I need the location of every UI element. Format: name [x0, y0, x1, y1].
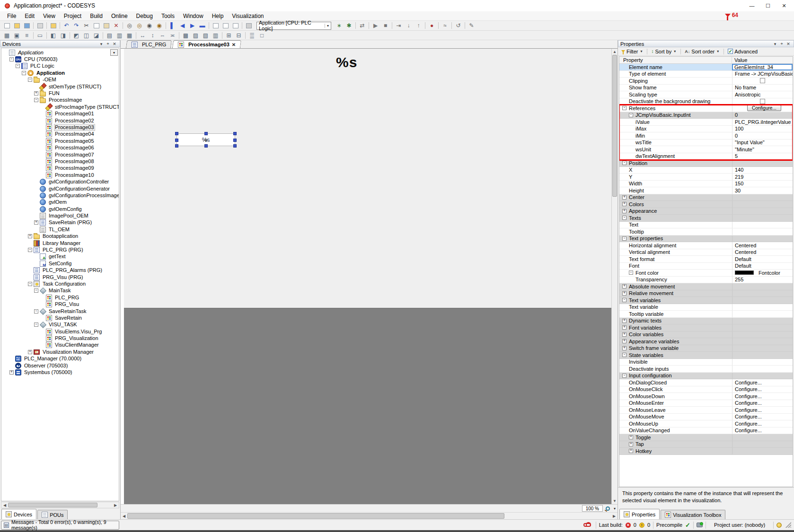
write-values-icon[interactable]: ✎ — [467, 22, 476, 30]
tree-item-library-manager[interactable]: Library Manager — [1, 240, 119, 246]
property-value[interactable] — [732, 304, 793, 311]
search-project-icon[interactable]: ◉ — [145, 22, 154, 30]
expand-toggle[interactable]: - — [28, 282, 32, 286]
property-value[interactable]: Configure... — [732, 414, 793, 420]
property-value[interactable] — [732, 160, 793, 166]
arrange-grid-icon[interactable]: ▦ — [125, 31, 134, 39]
property-row-relative-movement[interactable]: +Relative movement — [619, 290, 793, 297]
property-row-appearance-variables[interactable]: +Appearance variables — [619, 338, 793, 345]
new-project-icon[interactable] — [2, 22, 11, 30]
property-row-y[interactable]: Y219 — [619, 174, 793, 181]
align-right-icon[interactable]: ◨ — [59, 31, 68, 39]
property-row-state-variables[interactable]: -State variables — [619, 352, 793, 359]
expand-toggle[interactable]: - — [28, 78, 32, 82]
tree-item-processimage08[interactable]: ProcessImage08 — [1, 158, 119, 165]
menu-tools[interactable]: Tools — [157, 13, 179, 19]
expand-toggle[interactable]: + — [622, 332, 626, 337]
equal-width-icon[interactable]: ≍ — [168, 31, 177, 39]
tree-item-systembus-705000-[interactable]: +Systembus (705000) — [1, 369, 119, 375]
property-row-tooltip[interactable]: Tooltip — [619, 228, 793, 235]
property-row-absolute-movement[interactable]: +Absolute movement — [619, 283, 793, 290]
tree-item-processimage[interactable]: -ProcessImage — [1, 97, 119, 104]
save-icon[interactable] — [22, 22, 31, 30]
tree-item-gvlconfigurationcontroller[interactable]: gvlConfigurationController — [1, 178, 119, 185]
flow-control-icon[interactable]: ≈ — [441, 22, 450, 30]
property-value[interactable]: 5 — [732, 153, 793, 160]
property-value[interactable] — [732, 434, 793, 441]
property-value[interactable] — [732, 228, 793, 235]
tree-item-application[interactable]: Application — [1, 49, 119, 56]
property-value[interactable] — [732, 373, 793, 379]
property-value[interactable]: 30 — [732, 187, 793, 194]
property-row-switch-frame-variable[interactable]: +Switch frame variable — [619, 345, 793, 352]
expand-toggle[interactable]: + — [629, 435, 633, 439]
tree-item-gvloemconfig[interactable]: gvlOemConfig — [1, 206, 119, 212]
rebuild-icon[interactable]: ✱ — [344, 22, 353, 30]
property-row-color-variables[interactable]: +Color variables — [619, 331, 793, 339]
property-row-onmousedown[interactable]: OnMouseDownConfigure... — [619, 393, 793, 400]
tree-item-application[interactable]: -Application — [1, 70, 119, 76]
expand-toggle[interactable]: + — [34, 220, 38, 225]
property-value[interactable] — [732, 98, 793, 105]
bring-to-front-icon[interactable]: ▩ — [181, 31, 190, 39]
resize-handle[interactable] — [233, 139, 237, 142]
menu-online[interactable]: Online — [107, 13, 132, 19]
align-left-icon[interactable]: ◧ — [49, 31, 58, 39]
menu-build[interactable]: Build — [86, 13, 107, 19]
resize-handle[interactable] — [233, 144, 237, 148]
property-value[interactable] — [732, 283, 793, 290]
property-value[interactable]: Centered — [732, 242, 793, 249]
send-to-back-icon[interactable]: ▨ — [191, 31, 200, 39]
step-into-icon[interactable]: ↓ — [404, 22, 413, 30]
tree-item-processimage09[interactable]: ProcessImage09 — [1, 165, 119, 172]
menu-edit[interactable]: Edit — [20, 13, 39, 19]
sort-by-button[interactable]: ↕ Sort by ▾ — [650, 49, 678, 54]
expand-toggle[interactable]: + — [622, 325, 626, 330]
redo-icon[interactable]: ↷ — [72, 22, 81, 30]
editor-tab-processimage03[interactable]: ProcessImage03✕ — [172, 40, 242, 48]
tree-item-plc-manager-70-0000-[interactable]: PLC_Manager (70.0000) — [1, 356, 119, 362]
menu-window[interactable]: Window — [179, 13, 208, 19]
property-value[interactable] — [732, 324, 793, 331]
property-value[interactable]: Configure... — [732, 105, 793, 112]
expand-toggle[interactable]: - — [16, 64, 20, 68]
tree-item-gvlconfigurationgenerator[interactable]: gvlConfigurationGenerator — [1, 185, 119, 192]
property-row-position[interactable]: -Position — [619, 160, 793, 167]
tree-item-cpu-705003-[interactable]: -CPU (705003) — [1, 56, 119, 62]
find-icon[interactable]: ◎ — [125, 22, 134, 30]
tree-item-tl-oem[interactable]: TL_OEM — [1, 226, 119, 233]
resize-handle[interactable] — [204, 144, 208, 148]
pin-icon[interactable]: ⌖ — [105, 41, 111, 46]
property-value[interactable]: Configure... — [732, 407, 793, 413]
property-row-ivalue[interactable]: iValuePLC_PRG.iIntegerValue — [619, 119, 793, 126]
property-value[interactable]: Frame -> JCmpVisuBasic.In... — [732, 71, 793, 78]
send-backward-icon[interactable]: ▥ — [211, 31, 220, 39]
export-icon[interactable] — [211, 22, 220, 30]
property-value[interactable] — [732, 338, 793, 345]
property-row-onvaluechanged[interactable]: OnValueChangedConfigure... — [619, 427, 793, 435]
build-icon[interactable]: ∗ — [335, 22, 344, 30]
select-tool-icon[interactable]: ▦ — [2, 31, 11, 39]
property-value[interactable]: Fontcolor — [732, 270, 793, 276]
tree-item-gvlconfigurationprocessimage[interactable]: gvlConfigurationProcessImage — [1, 192, 119, 199]
property-value[interactable]: Configure... — [732, 379, 793, 386]
bookmark-clear-icon[interactable]: ▬ — [198, 22, 207, 30]
align-center-icon[interactable]: ◫ — [82, 31, 91, 39]
scroll-up-icon[interactable]: ▲ — [612, 49, 618, 55]
tab-devices[interactable]: Devices — [1, 509, 36, 519]
make-horizontal-order-icon[interactable]: ▤ — [105, 31, 114, 39]
property-row-onmouseclick[interactable]: OnMouseClickConfigure... — [619, 386, 793, 393]
pin-icon[interactable]: ⌖ — [778, 41, 785, 46]
tree-item-setconfig[interactable]: SetConfig — [1, 260, 119, 267]
open-project-icon[interactable] — [12, 22, 21, 30]
tree-item-gvloem[interactable]: gvlOem — [1, 199, 119, 206]
property-value[interactable]: Default — [732, 256, 793, 262]
start-icon[interactable]: ▶ — [371, 22, 380, 30]
tree-item-plc-prg-prg-[interactable]: -PLC_PRG (PRG) — [1, 246, 119, 253]
property-row-tap[interactable]: +Tap — [619, 441, 793, 448]
property-value[interactable] — [732, 311, 793, 317]
print-icon[interactable] — [35, 22, 44, 30]
expand-toggle[interactable]: + — [622, 195, 626, 200]
element-list-icon[interactable]: ≡ — [22, 31, 31, 39]
property-row-ondialogclosed[interactable]: OnDialogClosedConfigure... — [619, 379, 793, 386]
